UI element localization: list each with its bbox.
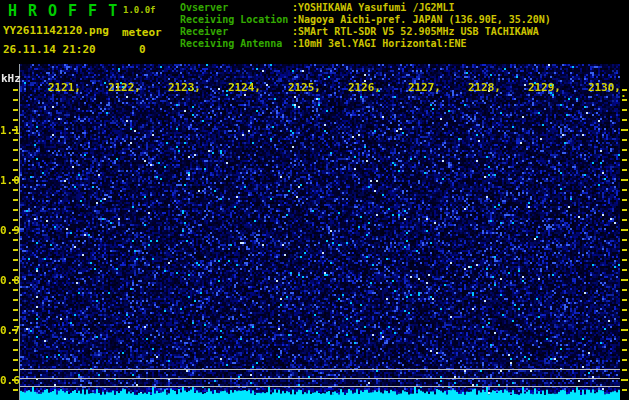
time-tick-label: 2129, (521, 81, 561, 94)
info-value: :Nagoya Aichi-pref. JAPAN (136.90E, 35.2… (292, 14, 551, 26)
freq-minor-tick (13, 349, 18, 351)
freq-tick-right (622, 99, 627, 101)
freq-minor-tick (13, 209, 18, 211)
time-tick-label: 2127, (401, 81, 441, 94)
freq-minor-tick (13, 109, 18, 111)
freq-minor-tick (13, 249, 18, 251)
freq-tick-right (622, 349, 627, 351)
freq-tick-right (621, 329, 628, 331)
freq-major-tick (12, 379, 18, 381)
info-value: :SMArt RTL-SDR V5 52.905MHz USB TACHIKAW… (292, 26, 539, 38)
freq-tick-right (622, 199, 627, 201)
freq-tick-right (622, 149, 627, 151)
freq-tick-right (622, 339, 627, 341)
time-tick-label: 2123, (161, 81, 201, 94)
freq-minor-tick (13, 159, 18, 161)
freq-minor-tick (13, 369, 18, 371)
freq-minor-tick (13, 119, 18, 121)
info-row-receiver: Receiver:SMArt RTL-SDR V5 52.905MHz USB … (180, 26, 626, 38)
freq-minor-tick (13, 169, 18, 171)
freq-major-tick (12, 129, 18, 131)
level-gridline (20, 378, 620, 379)
freq-minor-tick (13, 299, 18, 301)
datetime-label: 26.11.14 21:20 (3, 43, 96, 56)
freq-tick-label: 1.1 (0, 124, 12, 137)
freq-minor-tick (13, 269, 18, 271)
version-label: 1.0.0f (123, 5, 156, 15)
freq-tick-right (622, 169, 627, 171)
freq-major-tick (12, 179, 18, 181)
freq-minor-tick (13, 99, 18, 101)
freq-major-tick (12, 329, 18, 331)
freq-tick-right (622, 319, 627, 321)
freq-tick-right (622, 159, 627, 161)
freq-tick-right (622, 109, 627, 111)
freq-tick-right (622, 219, 627, 221)
info-value: :YOSHIKAWA Yasufumi /JG2MLI (292, 2, 455, 14)
freq-tick-right (622, 249, 627, 251)
freq-minor-tick (13, 359, 18, 361)
freq-tick-right (621, 379, 628, 381)
time-tick-label: 2126, (341, 81, 381, 94)
info-label: Ovserver (180, 2, 292, 14)
time-tick-label: 2130, (581, 81, 621, 94)
freq-tick-right (622, 259, 627, 261)
freq-tick-label: 0.7 (0, 324, 12, 337)
freq-tick-right (622, 369, 627, 371)
freq-tick-right (621, 229, 628, 231)
freq-minor-tick (13, 239, 18, 241)
freq-tick-right (622, 119, 627, 121)
info-row-observer: Ovserver:YOSHIKAWA Yasufumi /JG2MLI (180, 2, 626, 14)
freq-major-tick (12, 279, 18, 281)
freq-tick-right (622, 309, 627, 311)
freq-tick-right (621, 129, 628, 131)
mode-label: meteor (122, 26, 162, 39)
freq-minor-tick (13, 389, 18, 391)
freq-major-tick (12, 229, 18, 231)
time-tick-label: 2122, (101, 81, 141, 94)
freq-tick-label: 0.9 (0, 224, 12, 237)
info-value: :10mH 3el.YAGI Horizontal:ENE (292, 38, 467, 50)
station-info: Ovserver:YOSHIKAWA Yasufumi /JG2MLI Rece… (180, 2, 626, 50)
freq-tick-right (622, 189, 627, 191)
freq-tick-right (622, 359, 627, 361)
freq-tick-right (622, 269, 627, 271)
freq-tick-label: 0.8 (0, 274, 12, 287)
level-gridline (20, 369, 620, 370)
time-tick-label: 2124, (221, 81, 261, 94)
freq-tick-right (622, 239, 627, 241)
freq-minor-tick (13, 89, 18, 91)
level-gridline (20, 386, 620, 387)
freq-minor-tick (13, 259, 18, 261)
info-row-antenna: Receiving Antenna:10mH 3el.YAGI Horizont… (180, 38, 626, 50)
freq-tick-right (621, 179, 628, 181)
freq-minor-tick (13, 199, 18, 201)
freq-minor-tick (13, 189, 18, 191)
freq-minor-tick (13, 289, 18, 291)
time-tick-label: 2121, (41, 81, 81, 94)
freq-minor-tick (13, 149, 18, 151)
info-label: Receiving Location (180, 14, 292, 26)
freq-tick-right (621, 279, 628, 281)
info-row-location: Receiving Location:Nagoya Aichi-pref. JA… (180, 14, 626, 26)
freq-tick-right (622, 139, 627, 141)
freq-tick-right (622, 389, 627, 391)
freq-tick-right (622, 89, 627, 91)
spectrogram-canvas (20, 64, 620, 400)
filename-label: YY2611142120.png (3, 24, 109, 37)
freq-tick-label: 0.6 (0, 374, 12, 387)
info-label: Receiver (180, 26, 292, 38)
meteor-count: 0 (139, 43, 146, 56)
freq-tick-label: 1.0 (0, 174, 12, 187)
time-tick-label: 2125, (281, 81, 321, 94)
app-logo: HROFFT (8, 2, 128, 20)
time-tick-label: 2128, (461, 81, 501, 94)
freq-minor-tick (13, 219, 18, 221)
freq-tick-right (622, 209, 627, 211)
freq-unit-label: kHz (1, 72, 21, 85)
freq-minor-tick (13, 339, 18, 341)
freq-minor-tick (13, 309, 18, 311)
freq-minor-tick (13, 319, 18, 321)
info-label: Receiving Antenna (180, 38, 292, 50)
freq-tick-right (622, 289, 627, 291)
